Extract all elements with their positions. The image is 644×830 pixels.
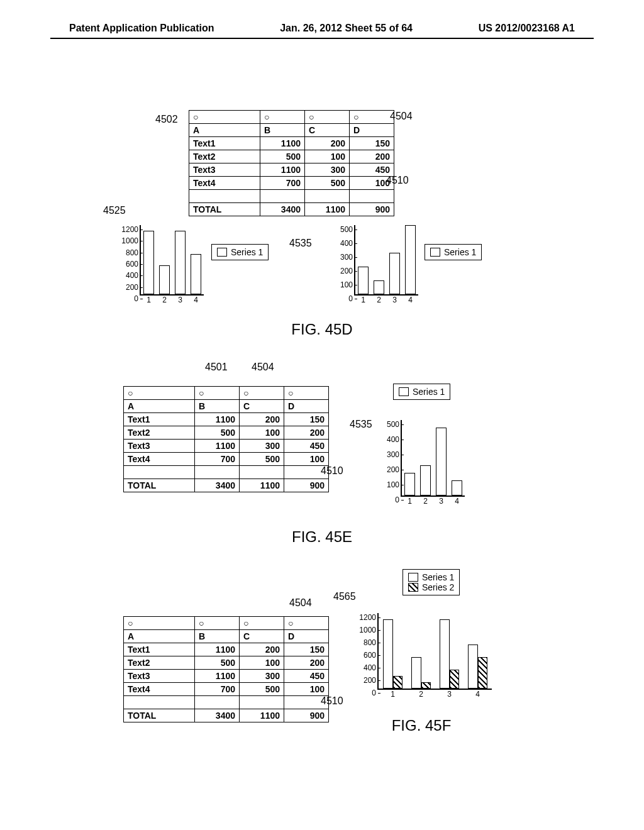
legend-45d-right: Series 1	[425, 244, 482, 260]
ref-4535: 4535	[289, 238, 312, 249]
table-row: Text11100200150	[124, 413, 329, 426]
table-row: Text2500100200	[124, 656, 329, 670]
legend-45f: Series 1 Series 2	[402, 569, 460, 595]
table-row: Text31100300450	[124, 670, 329, 683]
table-row: Text4700500100	[124, 683, 329, 696]
cell-circ: ○	[260, 111, 305, 124]
header-left: Patent Application Publication	[69, 23, 214, 34]
table-total-row: TOTAL34001100900	[189, 203, 394, 216]
table-row: Text2500100200	[189, 150, 394, 163]
ref-4510: 4510	[386, 175, 409, 186]
ref-4504: 4504	[390, 111, 413, 122]
ref-4502: 4502	[155, 114, 178, 125]
chart-45f-right: 0200400600800100012001234	[377, 613, 492, 690]
legend-swatch-icon	[399, 387, 409, 396]
table-total-row: TOTAL34001100900	[124, 479, 329, 492]
fig-caption-45d: FIG. 45D	[0, 321, 644, 338]
ref-4504: 4504	[289, 597, 312, 609]
table-row: Text4700500100	[124, 453, 329, 466]
legend-swatch-icon	[430, 248, 440, 257]
table-row: Text31100300450	[189, 163, 394, 177]
ref-4535: 4535	[350, 419, 372, 430]
ref-4510: 4510	[321, 695, 343, 707]
legend-45e: Series 1	[393, 384, 450, 400]
col-header-b: B	[260, 124, 305, 137]
table-row: Text11100200150	[124, 643, 329, 656]
col-header-d: D	[350, 124, 394, 137]
table-row: Text11100200150	[189, 137, 394, 150]
legend-swatch-icon	[217, 248, 227, 257]
table-45d: ○ ○ ○ ○ A B C D Text11100200150 Text2500…	[189, 110, 394, 216]
ref-4504: 4504	[252, 362, 274, 373]
legend-45d-left: Series 1	[211, 244, 269, 260]
ref-4525: 4525	[103, 205, 126, 216]
header-rule	[50, 38, 594, 39]
cell-circ: ○	[189, 111, 260, 124]
fig-caption-45e: FIG. 45E	[0, 528, 644, 546]
col-header-a: A	[189, 124, 260, 137]
cell-circ: ○	[350, 111, 394, 124]
chart-45d-right: 01002003004005001234	[354, 225, 418, 296]
col-header-c: C	[305, 124, 350, 137]
legend-swatch-icon	[408, 573, 418, 582]
cell-circ: ○	[305, 111, 350, 124]
fig-caption-45f: FIG. 45F	[327, 717, 516, 734]
legend-swatch-icon	[408, 583, 418, 592]
table-total-row: TOTAL34001100900	[124, 709, 329, 722]
table-45e: ○ ○ ○ ○ A B C D Text11100200150 Text2500…	[123, 386, 329, 492]
table-row: Text31100300450	[124, 440, 329, 453]
chart-45e-right: 01002003004005001234	[401, 420, 465, 497]
table-45f: ○ ○ ○ ○ A B C D Text11100200150 Text2500…	[123, 616, 329, 722]
chart-45d-left: 0200400600800100012001234	[140, 225, 204, 296]
table-row: Text2500100200	[124, 426, 329, 440]
header-right: US 2012/0023168 A1	[479, 23, 575, 34]
header-center: Jan. 26, 2012 Sheet 55 of 64	[280, 23, 413, 34]
ref-4510: 4510	[321, 465, 343, 477]
table-row: Text4700500100	[189, 177, 394, 190]
ref-4501: 4501	[205, 362, 228, 373]
ref-4565: 4565	[333, 591, 356, 602]
